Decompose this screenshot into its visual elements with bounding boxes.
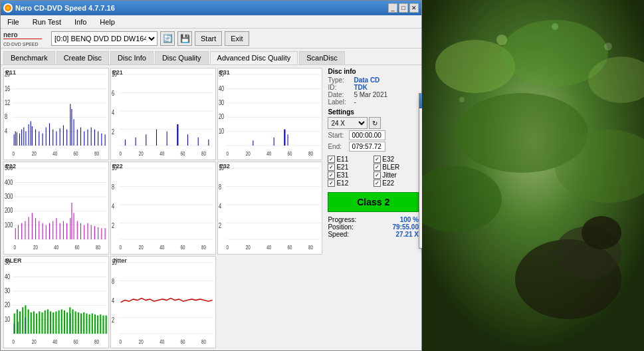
svg-text:CD·DVD SPEED: CD·DVD SPEED bbox=[3, 42, 39, 47]
svg-rect-31 bbox=[32, 126, 33, 146]
tab-disc-quality[interactable]: Disc Quality bbox=[155, 51, 209, 64]
svg-rect-40 bbox=[63, 125, 64, 146]
cb-e32[interactable]: ✓ E32 bbox=[374, 156, 419, 163]
svg-rect-29 bbox=[29, 124, 29, 146]
id-row: ID: TDK bbox=[328, 84, 419, 91]
drive-refresh-button[interactable]: 🔄 bbox=[160, 31, 175, 46]
svg-rect-27 bbox=[23, 128, 24, 146]
svg-rect-74 bbox=[177, 124, 178, 146]
svg-rect-120 bbox=[29, 217, 29, 240]
svg-text:4: 4 bbox=[112, 109, 114, 117]
svg-text:8: 8 bbox=[112, 278, 114, 286]
end-value: 079:57.72 bbox=[349, 142, 385, 152]
svg-text:2: 2 bbox=[219, 222, 221, 230]
cb-bler-box[interactable]: ✓ bbox=[374, 164, 381, 171]
svg-text:16: 16 bbox=[5, 84, 10, 92]
cb-jitter-label: Jitter bbox=[382, 172, 397, 179]
cb-e11-box[interactable]: ✓ bbox=[328, 156, 335, 163]
cb-e32-box[interactable]: ✓ bbox=[374, 156, 381, 163]
svg-rect-117 bbox=[18, 225, 19, 239]
svg-text:20: 20 bbox=[139, 338, 144, 345]
svg-rect-196 bbox=[28, 309, 29, 334]
svg-rect-43 bbox=[71, 109, 72, 146]
cb-e22[interactable]: ✓ E22 bbox=[374, 179, 419, 187]
svg-rect-192 bbox=[17, 309, 18, 334]
svg-rect-219 bbox=[92, 313, 93, 334]
exit-button[interactable]: Exit bbox=[225, 31, 249, 46]
window-title: Nero CD-DVD Speed 4.7.7.16 bbox=[15, 4, 115, 12]
start-button[interactable]: Start bbox=[195, 31, 222, 46]
tab-scan-disc[interactable]: ScanDisc bbox=[299, 51, 344, 64]
tab-benchmark[interactable]: Benchmark bbox=[3, 51, 55, 64]
svg-point-256 bbox=[604, 43, 612, 51]
svg-text:60: 60 bbox=[180, 244, 185, 251]
svg-text:8: 8 bbox=[112, 183, 114, 191]
cb-e11-label: E11 bbox=[336, 156, 348, 163]
svg-text:40: 40 bbox=[5, 273, 10, 281]
menu-help[interactable]: Help bbox=[96, 17, 119, 27]
svg-rect-3 bbox=[3, 39, 42, 39]
svg-rect-208 bbox=[61, 309, 62, 334]
cb-e12-box[interactable]: ✓ bbox=[328, 179, 335, 187]
svg-rect-126 bbox=[49, 223, 50, 239]
svg-rect-22 bbox=[14, 134, 15, 146]
label-row: Label: - bbox=[328, 98, 419, 106]
svg-text:0: 0 bbox=[13, 338, 15, 345]
cb-bler[interactable]: ✓ BLER bbox=[374, 164, 419, 171]
drive-select[interactable]: [0:0] BENQ DVD DD DW1640 BSLB bbox=[51, 31, 158, 46]
speed-select[interactable]: 24 X bbox=[328, 117, 368, 129]
svg-text:0: 0 bbox=[14, 244, 17, 251]
svg-rect-224 bbox=[106, 315, 107, 333]
svg-rect-215 bbox=[80, 313, 82, 334]
menu-run-test[interactable]: Run Test bbox=[29, 17, 65, 27]
type-value: Data CD bbox=[354, 76, 379, 84]
minimize-button[interactable]: _ bbox=[388, 3, 397, 13]
graph-e22-label: E22 bbox=[112, 163, 123, 170]
cb-e31[interactable]: ✓ E31 bbox=[328, 172, 373, 179]
close-button[interactable]: ✕ bbox=[409, 3, 419, 13]
svg-text:400: 400 bbox=[5, 179, 13, 187]
cb-e21[interactable]: ✓ E21 bbox=[328, 164, 373, 171]
svg-rect-37 bbox=[53, 130, 53, 146]
svg-text:20: 20 bbox=[139, 150, 144, 157]
svg-text:60: 60 bbox=[75, 244, 80, 251]
svg-rect-72 bbox=[156, 130, 157, 146]
cb-e11[interactable]: ✓ E11 bbox=[328, 156, 373, 163]
menu-file[interactable]: File bbox=[3, 17, 23, 27]
graph-e32-label: E32 bbox=[219, 163, 230, 170]
graph-jitter-label: Jitter bbox=[112, 257, 127, 264]
svg-rect-202 bbox=[45, 310, 46, 334]
svg-rect-142 bbox=[101, 229, 102, 240]
svg-text:20: 20 bbox=[5, 301, 10, 309]
speed-refresh-button[interactable]: ↻ bbox=[369, 117, 381, 129]
cb-e21-box[interactable]: ✓ bbox=[328, 164, 335, 171]
svg-rect-197 bbox=[31, 312, 32, 334]
svg-point-1 bbox=[7, 7, 9, 9]
svg-text:30: 30 bbox=[219, 99, 224, 107]
tab-disc-info[interactable]: Disc Info bbox=[110, 51, 154, 64]
menu-info[interactable]: Info bbox=[70, 17, 90, 27]
svg-rect-30 bbox=[31, 121, 31, 146]
svg-text:0: 0 bbox=[226, 150, 229, 157]
toolbar: nero CD·DVD SPEED [0:0] BENQ DVD DD DW16… bbox=[1, 29, 421, 49]
svg-text:12: 12 bbox=[5, 99, 10, 107]
svg-rect-216 bbox=[83, 312, 84, 334]
tab-create-disc[interactable]: Create Disc bbox=[56, 51, 109, 64]
svg-text:4: 4 bbox=[112, 297, 114, 305]
class-badge: Class 2 bbox=[328, 192, 419, 212]
maximize-button[interactable]: □ bbox=[399, 3, 408, 13]
svg-text:60: 60 bbox=[74, 150, 78, 157]
svg-rect-95 bbox=[253, 140, 253, 146]
tab-advanced-disc-quality[interactable]: Advanced Disc Quality bbox=[210, 51, 298, 64]
cb-jitter-box[interactable]: ✓ bbox=[374, 172, 381, 179]
cb-e22-box[interactable]: ✓ bbox=[374, 179, 381, 187]
progress-row: Progress: 100 % bbox=[328, 216, 419, 223]
svg-rect-217 bbox=[86, 313, 87, 334]
svg-rect-69 bbox=[125, 140, 126, 146]
svg-rect-5 bbox=[4, 68, 108, 160]
cb-e31-box[interactable]: ✓ bbox=[328, 172, 335, 179]
cb-jitter[interactable]: ✓ Jitter bbox=[374, 172, 419, 179]
svg-rect-206 bbox=[55, 311, 56, 334]
cb-e12[interactable]: ✓ E12 bbox=[328, 179, 373, 187]
save-button[interactable]: 💾 bbox=[177, 31, 192, 46]
